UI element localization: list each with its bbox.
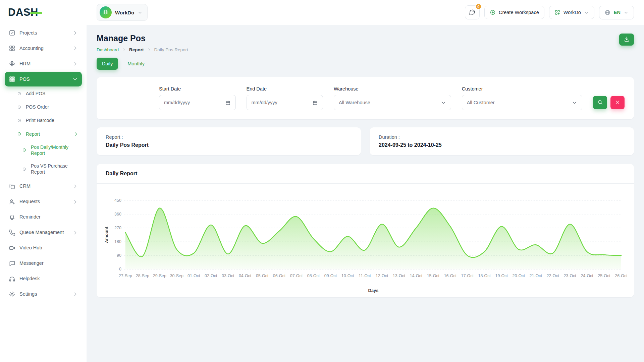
end-date-field: End Date mm/dd/yyyy [247,86,323,110]
breadcrumb: Dashboard Report Daily Pos Report [97,47,188,52]
sidebar-item-pos[interactable]: POS [5,72,82,86]
sidebar-item-accounting[interactable]: Accounting [5,41,82,56]
sidebar-item-label: POS [19,76,68,82]
svg-text:22-Oct: 22-Oct [546,274,559,278]
duration-label: Duration : [379,134,625,140]
filter-card: Start Date mm/dd/yyyy End Date mm/dd/yyy… [97,77,634,119]
sidebar-item-helpdesk[interactable]: Helpdesk [5,272,82,286]
end-date-value: mm/dd/yyyy [252,100,277,105]
sidebar-item-print-barcode[interactable]: Print Barcode [5,114,82,127]
svg-text:10-Oct: 10-Oct [341,274,354,278]
report-tabs: Daily Monthly [97,58,634,70]
warehouse-label: Warehouse [334,86,451,92]
svg-text:450: 450 [114,198,121,203]
svg-text:25-Oct: 25-Oct [598,274,610,278]
message-icon [9,260,15,267]
sidebar-item-pos-daily-monthly-report[interactable]: Pos Daily/Monthly Report [5,141,82,159]
sidebar-item-pos-order[interactable]: POS Order [5,101,82,113]
messages-button[interactable]: 0 [465,5,480,19]
check-square-icon [9,29,15,36]
chevron-right-icon [72,61,78,66]
svg-text:12-Oct: 12-Oct [376,274,388,278]
duration-value: 2024-09-25 to 2024-10-25 [379,142,625,148]
download-button[interactable] [619,34,634,46]
chat-icon [469,8,476,16]
calendar-icon [312,100,318,106]
sidebar-item-projects[interactable]: Projects [5,25,82,40]
svg-text:28-Sep: 28-Sep [136,274,149,278]
apps-icon [9,76,15,82]
chevron-right-icon [122,48,126,52]
sidebar-item-label: Helpdesk [19,276,78,282]
download-icon [624,36,630,43]
svg-text:Days: Days [368,288,378,293]
tab-monthly[interactable]: Monthly [122,58,150,70]
sidebar-item-queue-management[interactable]: Queue Management [5,225,82,240]
sidebar: DASH ProjectsAccountingHRMPOSAdd POSPOS … [0,0,87,362]
start-date-field: Start Date mm/dd/yyyy [159,86,236,110]
end-date-input[interactable]: mm/dd/yyyy [247,95,323,110]
flower-icon [9,60,15,67]
sidebar-item-label: Accounting [19,45,68,52]
svg-text:13-Oct: 13-Oct [393,274,406,278]
svg-text:07-Oct: 07-Oct [290,274,303,278]
customer-select[interactable]: All Customer [462,95,582,110]
video-icon [9,245,15,251]
app-root: DASH ProjectsAccountingHRMPOSAdd POSPOS … [0,0,644,362]
sidebar-item-label: Pos Daily/Monthly Report [31,144,78,156]
user-plus-icon [9,198,15,205]
bullet-icon [22,147,27,153]
page-title: Manage Pos [97,34,188,43]
warehouse-select[interactable]: All Warehouse [334,95,451,110]
sidebar-item-messenger[interactable]: Messenger [5,256,82,271]
svg-text:21-Oct: 21-Oct [529,274,542,278]
breadcrumb-current: Daily Pos Report [154,47,188,52]
svg-text:29-Sep: 29-Sep [153,274,166,278]
chart-area: 09018027036045027-Sep28-Sep29-Sep30-Sep0… [97,184,634,297]
breadcrumb-dashboard-link[interactable]: Dashboard [97,47,119,52]
sidebar-item-label: Print Barcode [26,117,78,123]
svg-text:06-Oct: 06-Oct [273,274,286,278]
chevron-right-icon [72,46,78,51]
globe-icon [604,9,611,16]
summary-cards: Report : Daily Pos Report Duration : 202… [97,127,634,155]
sidebar-item-crm[interactable]: CRM [5,179,82,194]
sidebar-item-video-hub[interactable]: Video Hub [5,241,82,255]
gear-icon [9,291,15,298]
workdo-menu-button[interactable]: WorkDo [549,6,594,19]
reset-button[interactable] [610,96,625,109]
search-button[interactable] [593,96,607,109]
workspace-selector[interactable]: WorkDo [97,4,148,21]
sidebar-item-label: Settings [19,291,68,297]
notification-badge: 0 [475,3,482,10]
bullet-icon [17,131,22,136]
sidebar-item-report[interactable]: Report [5,128,82,140]
sidebar-item-hrm[interactable]: HRM [5,56,82,71]
close-icon [614,99,621,106]
sidebar-item-requests[interactable]: Requests [5,194,82,209]
logo[interactable]: DASH [0,0,87,25]
sidebar-item-add-pos[interactable]: Add POS [5,87,82,100]
svg-text:11-Oct: 11-Oct [359,274,371,278]
grid-icon [9,45,15,52]
sidebar-item-reminder[interactable]: Reminder [5,210,82,225]
bullet-icon [22,167,27,172]
chevron-right-icon [147,48,151,52]
grid-plus-icon [554,9,560,15]
sidebar-item-pos-vs-purchase-report[interactable]: Pos VS Purchase Report [5,160,82,178]
svg-text:23-Oct: 23-Oct [564,274,576,278]
language-selector[interactable]: EN [599,6,634,19]
bullet-icon [17,118,22,123]
svg-text:15-Oct: 15-Oct [427,274,440,278]
calendar-icon [225,100,231,106]
create-workspace-button[interactable]: Create Workspace [484,6,544,19]
duration-summary-card: Duration : 2024-09-25 to 2024-10-25 [370,127,634,155]
tab-daily[interactable]: Daily [97,58,118,70]
chevron-down-icon [441,100,446,105]
customer-field: Customer All Customer [462,86,582,110]
phone-icon [9,229,15,236]
chevron-down-icon [624,10,629,15]
sidebar-item-settings[interactable]: Settings [5,287,82,302]
svg-text:20-Oct: 20-Oct [513,274,525,278]
start-date-input[interactable]: mm/dd/yyyy [159,95,236,110]
